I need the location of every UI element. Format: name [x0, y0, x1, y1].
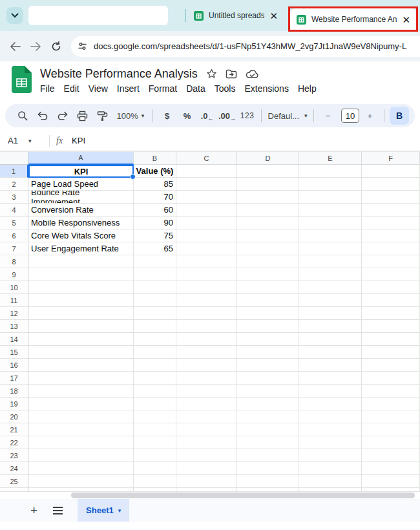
- cell-D15[interactable]: [237, 346, 299, 359]
- cell-E11[interactable]: [299, 294, 362, 307]
- cell-C14[interactable]: [176, 333, 237, 346]
- cell-D4[interactable]: [237, 204, 299, 217]
- cell-F17[interactable]: [362, 372, 420, 385]
- cell-A17[interactable]: [28, 372, 134, 385]
- zoom-control[interactable]: 100% ▾: [114, 107, 147, 125]
- cell-E15[interactable]: [299, 346, 362, 359]
- cell-E21[interactable]: [299, 423, 362, 436]
- star-button[interactable]: [206, 69, 217, 79]
- cell-F10[interactable]: [362, 281, 420, 294]
- add-sheet-button[interactable]: +: [30, 504, 37, 516]
- cell-E7[interactable]: [299, 242, 362, 255]
- cell-B24[interactable]: [134, 462, 176, 475]
- cell-A16[interactable]: [28, 359, 134, 372]
- row-header-16[interactable]: 16: [0, 359, 28, 372]
- column-header-A[interactable]: A: [28, 152, 134, 165]
- cell-D17[interactable]: [237, 372, 299, 385]
- cell-A10[interactable]: [28, 281, 134, 294]
- cell-B8[interactable]: [134, 255, 176, 268]
- cell-A13[interactable]: [28, 320, 134, 333]
- cell-D21[interactable]: [237, 423, 299, 436]
- cell-B19[interactable]: [134, 398, 176, 410]
- row-header-4[interactable]: 4: [0, 204, 28, 217]
- cell-C6[interactable]: [176, 229, 237, 242]
- tab-search-button[interactable]: [6, 7, 23, 24]
- cell-D22[interactable]: [237, 436, 299, 449]
- back-button[interactable]: [10, 42, 21, 51]
- row-header-20[interactable]: 20: [0, 410, 28, 423]
- menu-insert[interactable]: Insert: [113, 82, 143, 95]
- cell-A15[interactable]: [28, 346, 134, 359]
- cell-E5[interactable]: [299, 217, 362, 229]
- row-header-15[interactable]: 15: [0, 346, 28, 359]
- cell-D25[interactable]: [237, 475, 299, 488]
- cell-F24[interactable]: [362, 462, 420, 475]
- cell-A14[interactable]: [28, 333, 134, 346]
- cell-D23[interactable]: [237, 449, 299, 462]
- column-header-E[interactable]: E: [299, 152, 362, 165]
- row-header-3[interactable]: 3: [0, 191, 28, 204]
- menu-data[interactable]: Data: [182, 82, 209, 95]
- column-header-B[interactable]: B: [134, 152, 176, 165]
- search-menus-button[interactable]: [14, 107, 31, 125]
- cell-A23[interactable]: [28, 449, 134, 462]
- cell-E20[interactable]: [299, 410, 362, 423]
- cell-A3[interactable]: Bounce Rate Improvement: [28, 191, 134, 204]
- cell-C16[interactable]: [176, 359, 237, 372]
- cell-F6[interactable]: [362, 229, 420, 242]
- cell-E25[interactable]: [299, 475, 362, 488]
- cell-D13[interactable]: [237, 320, 299, 333]
- cell-D1[interactable]: [237, 165, 299, 178]
- cell-F2[interactable]: [362, 178, 420, 191]
- cell-B4[interactable]: 60: [134, 204, 176, 217]
- close-tab-icon[interactable]: ✕: [269, 11, 278, 21]
- cell-B5[interactable]: 90: [134, 217, 176, 229]
- cell-A6[interactable]: Core Web Vitals Score: [28, 229, 134, 242]
- forward-button[interactable]: [30, 42, 41, 51]
- cell-D2[interactable]: [237, 178, 299, 191]
- cell-B11[interactable]: [134, 294, 176, 307]
- cell-F1[interactable]: [362, 165, 420, 178]
- cell-B23[interactable]: [134, 449, 176, 462]
- cell-F4[interactable]: [362, 204, 420, 217]
- cell-F13[interactable]: [362, 320, 420, 333]
- cell-A5[interactable]: Mobile Responsiveness: [28, 217, 134, 229]
- cell-B17[interactable]: [134, 372, 176, 385]
- cell-C5[interactable]: [176, 217, 237, 229]
- move-to-folder-button[interactable]: [226, 69, 237, 79]
- cell-E4[interactable]: [299, 204, 362, 217]
- browser-tab-untitled[interactable]: Untitled spreadsheet - Goo ✕: [187, 11, 284, 21]
- cell-C25[interactable]: [176, 475, 237, 488]
- cell-D24[interactable]: [237, 462, 299, 475]
- cell-E6[interactable]: [299, 229, 362, 242]
- cell-A8[interactable]: [28, 255, 134, 268]
- column-header-C[interactable]: C: [176, 152, 237, 165]
- cell-D8[interactable]: [237, 255, 299, 268]
- fill-handle[interactable]: [130, 174, 136, 180]
- row-header-18[interactable]: 18: [0, 385, 28, 398]
- row-header-24[interactable]: 24: [0, 462, 28, 475]
- cell-F22[interactable]: [362, 436, 420, 449]
- row-header-2[interactable]: 2: [0, 178, 28, 191]
- cell-A19[interactable]: [28, 398, 134, 410]
- sheet-tab-sheet1[interactable]: Sheet1 ▾: [78, 499, 129, 522]
- cell-A1[interactable]: KPI: [28, 165, 134, 178]
- menu-extensions[interactable]: Extensions: [240, 82, 292, 95]
- cell-D9[interactable]: [237, 268, 299, 281]
- cell-A2[interactable]: Page Load Speed: [28, 178, 134, 191]
- cell-B6[interactable]: 75: [134, 229, 176, 242]
- cell-D20[interactable]: [237, 410, 299, 423]
- menu-file[interactable]: File: [36, 82, 59, 95]
- cell-C2[interactable]: [176, 178, 237, 191]
- cell-C22[interactable]: [176, 436, 237, 449]
- undo-button[interactable]: [34, 107, 51, 125]
- cell-F7[interactable]: [362, 242, 420, 255]
- close-tab-icon[interactable]: ✕: [402, 15, 410, 25]
- row-header-10[interactable]: 10: [0, 281, 28, 294]
- row-header-17[interactable]: 17: [0, 372, 28, 385]
- cell-C20[interactable]: [176, 410, 237, 423]
- menu-view[interactable]: View: [85, 82, 112, 95]
- cell-F23[interactable]: [362, 449, 420, 462]
- cell-F26[interactable]: [362, 488, 420, 492]
- increase-font-size-button[interactable]: +: [361, 107, 379, 125]
